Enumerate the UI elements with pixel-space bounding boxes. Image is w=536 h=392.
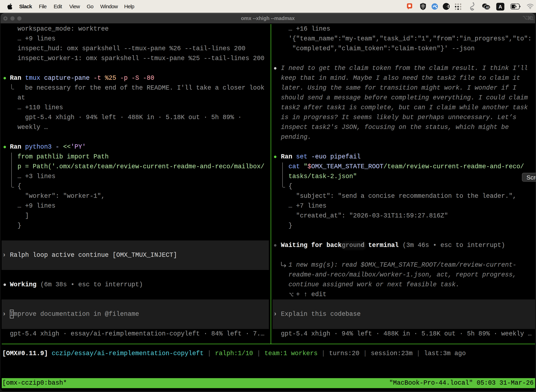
svg-text:1: 1 [531,15,534,20]
